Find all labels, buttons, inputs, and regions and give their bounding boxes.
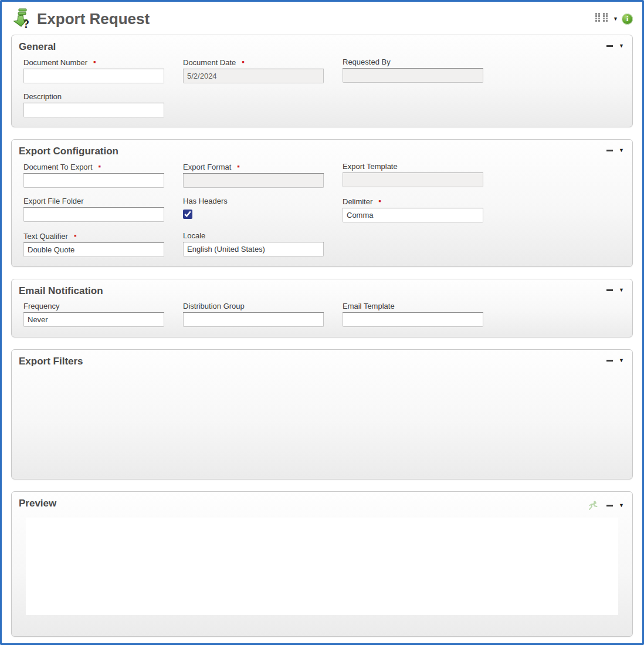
document-date-label: Document Date — [183, 58, 236, 67]
required-marker: ▪ — [378, 197, 381, 205]
preview-area — [26, 518, 618, 615]
document-to-export-input[interactable] — [23, 174, 164, 188]
column-chooser-icon[interactable] — [595, 13, 609, 25]
required-marker: ▪ — [237, 162, 240, 171]
has-headers-checkbox[interactable] — [183, 210, 192, 219]
panel-email-notification: Email Notification ▼ Frequency Distribut… — [11, 279, 633, 337]
section-title-general: General — [19, 41, 56, 53]
export-file-folder-input[interactable] — [23, 208, 164, 222]
panel-preview: Preview ▼ — [11, 491, 633, 637]
document-number-field: Document Number▪ — [23, 58, 164, 83]
required-marker: ▪ — [99, 162, 101, 171]
export-format-label: Export Format — [183, 163, 231, 171]
frequency-label: Frequency — [23, 302, 59, 310]
run-preview-icon[interactable] — [588, 500, 598, 511]
description-field: Description — [23, 92, 164, 117]
export-request-page: ? Export Request — [0, 0, 644, 645]
text-qualifier-input[interactable] — [23, 243, 164, 257]
section-title-export-configuration: Export Configuration — [19, 146, 118, 157]
svg-text:?: ? — [23, 18, 29, 31]
panel-export-configuration: Export Configuration ▼ Document To Expor… — [11, 139, 633, 267]
titlebar: ? Export Request — [2, 2, 642, 35]
panel-export-configuration-header: Export Configuration ▼ — [12, 140, 632, 158]
document-to-export-label: Document To Export — [23, 163, 93, 171]
info-icon[interactable]: i — [622, 13, 633, 25]
requested-by-field: Requested By — [343, 58, 483, 83]
document-date-field: Document Date▪ — [183, 58, 324, 83]
export-template-input — [343, 173, 483, 187]
collapse-icon[interactable] — [606, 505, 613, 506]
panel-preview-header: Preview ▼ — [12, 492, 632, 512]
required-marker: ▪ — [242, 58, 245, 66]
export-file-folder-field: Export File Folder — [23, 197, 164, 222]
collapse-icon[interactable] — [606, 360, 613, 362]
description-input[interactable] — [23, 103, 164, 117]
export-template-field: Export Template — [343, 162, 483, 188]
export-file-folder-label: Export File Folder — [23, 197, 84, 205]
panel-general: General ▼ Document Number▪ Document Date… — [11, 35, 633, 127]
export-template-label: Export Template — [343, 162, 398, 171]
has-headers-label: Has Headers — [183, 197, 228, 205]
delimiter-input[interactable] — [343, 208, 483, 222]
panel-export-filters: Export Filters ▼ — [11, 349, 633, 479]
export-format-input — [183, 174, 324, 188]
collapse-icon[interactable] — [606, 150, 613, 151]
panel-menu-caret-icon[interactable]: ▼ — [619, 43, 624, 49]
requested-by-input — [343, 69, 483, 83]
export-filters-body — [12, 369, 632, 478]
requested-by-label: Requested By — [343, 58, 391, 66]
collapse-icon[interactable] — [606, 45, 613, 47]
section-title-preview: Preview — [19, 498, 56, 509]
panel-menu-caret-icon[interactable]: ▼ — [619, 358, 624, 363]
frequency-input[interactable] — [23, 313, 164, 327]
document-number-input[interactable] — [23, 69, 164, 83]
distribution-group-label: Distribution Group — [183, 302, 245, 310]
email-template-field: Email Template — [343, 302, 483, 327]
panel-menu-caret-icon[interactable]: ▼ — [619, 503, 624, 508]
has-headers-field: Has Headers — [183, 197, 324, 222]
distribution-group-input[interactable] — [183, 313, 324, 327]
description-label: Description — [23, 92, 62, 101]
document-to-export-field: Document To Export▪ — [23, 162, 164, 188]
export-format-field: Export Format▪ — [183, 162, 324, 188]
delimiter-field: Delimiter▪ — [343, 197, 483, 222]
export-download-icon: ? — [10, 7, 33, 31]
email-notification-fields: Frequency Distribution Group Email Templ… — [12, 298, 632, 336]
email-template-input[interactable] — [343, 313, 483, 327]
section-title-email-notification: Email Notification — [19, 285, 103, 297]
panel-menu-caret-icon[interactable]: ▼ — [619, 288, 624, 293]
locale-field: Locale — [183, 231, 324, 257]
general-fields: Document Number▪ Document Date▪ Requeste… — [12, 54, 632, 127]
text-qualifier-label: Text Qualifier — [23, 232, 68, 241]
frequency-field: Frequency — [23, 302, 164, 327]
delimiter-label: Delimiter — [343, 197, 372, 206]
export-configuration-fields: Document To Export▪ Export Format▪ Expor… — [12, 158, 632, 266]
section-title-export-filters: Export Filters — [19, 356, 83, 367]
locale-label: Locale — [183, 231, 205, 240]
titlebar-actions: ▼ i — [595, 13, 633, 25]
column-chooser-caret-icon[interactable]: ▼ — [613, 16, 618, 22]
page-title: Export Request — [37, 10, 150, 28]
collapse-icon[interactable] — [606, 289, 613, 291]
required-marker: ▪ — [74, 231, 77, 240]
locale-input[interactable] — [183, 242, 324, 256]
text-qualifier-field: Text Qualifier▪ — [23, 231, 164, 257]
document-number-label: Document Number — [23, 58, 87, 67]
panel-email-notification-header: Email Notification ▼ — [12, 279, 632, 298]
panel-menu-caret-icon[interactable]: ▼ — [619, 148, 624, 153]
panel-general-header: General ▼ — [12, 35, 632, 54]
panel-export-filters-header: Export Filters ▼ — [12, 350, 632, 369]
email-template-label: Email Template — [343, 302, 395, 310]
distribution-group-field: Distribution Group — [183, 302, 324, 327]
required-marker: ▪ — [93, 58, 96, 66]
document-date-input — [183, 69, 324, 83]
